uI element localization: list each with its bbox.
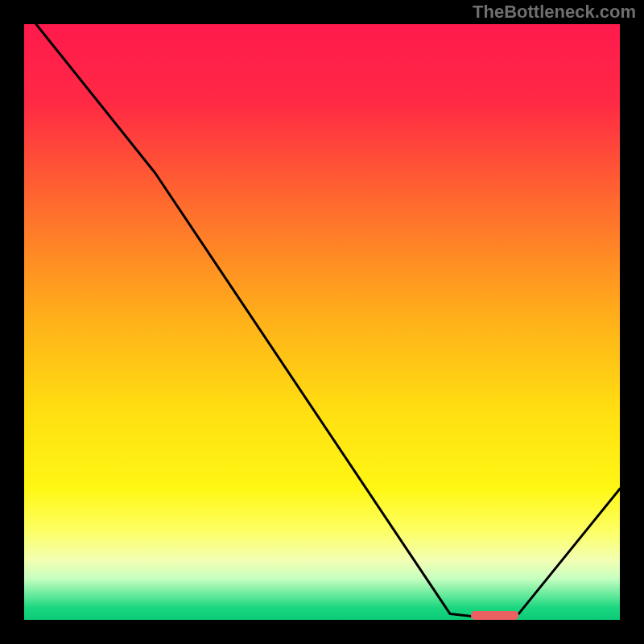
chart-container: TheBottleneck.com bbox=[0, 0, 644, 644]
plot-area bbox=[24, 24, 620, 620]
watermark-text: TheBottleneck.com bbox=[473, 2, 636, 23]
optimal-region-marker bbox=[471, 611, 518, 620]
bottleneck-chart-svg bbox=[0, 0, 644, 644]
